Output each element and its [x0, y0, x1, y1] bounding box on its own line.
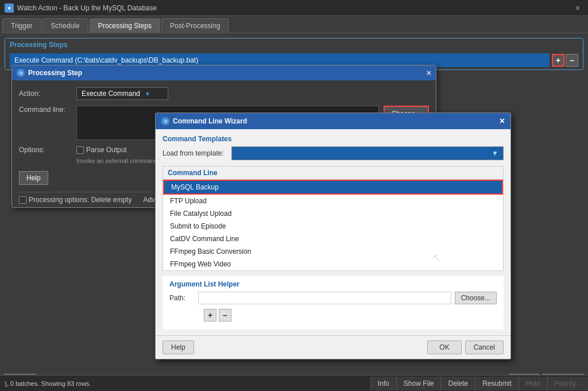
remove-arg-button[interactable]: – [219, 309, 231, 322]
bottom-tab-hold: Hold [519, 377, 547, 390]
processing-step-dialog-titlebar: ☆ Processing Step × [12, 65, 436, 80]
processing-step-help-button[interactable]: Help [19, 171, 48, 185]
wizard-icon: ☆ [161, 117, 169, 125]
parse-output-label: Parse Output [86, 146, 127, 154]
delete-empty-checkbox[interactable] [19, 196, 26, 204]
tab-processing-steps[interactable]: Processing Steps [90, 18, 160, 33]
parse-output-checkbox[interactable] [76, 146, 84, 154]
bottom-tab-show-file[interactable]: Show File [396, 377, 441, 390]
bottom-tab-info[interactable]: Info [370, 377, 396, 390]
processing-step-dialog-close[interactable]: × [427, 68, 431, 78]
action-select-value: Execute Command [82, 90, 140, 98]
action-label: Action: [19, 90, 76, 98]
window-close-button[interactable]: × [572, 2, 583, 14]
action-row: Action: Execute Command ▼ [19, 87, 429, 100]
arg-buttons-row: + – [169, 308, 497, 325]
dialog-icon: ☆ [17, 69, 25, 77]
processing-options-label: Processing options: [29, 196, 89, 204]
status-text: ), 0 batches. Showing 83 rows. [0, 380, 95, 387]
wizard-bottom: Help OK Cancel [156, 335, 510, 359]
command-templates-title: Command Templates [163, 135, 504, 143]
wizard-title-bar: ☆ Command Line Wizard × [156, 113, 510, 129]
main-window: Trigger Schedule Processing Steps Post-P… [0, 16, 588, 391]
add-step-button[interactable]: + [552, 54, 564, 67]
wizard-content: Command Templates Load from template: ▼ … [156, 129, 510, 335]
add-arg-button[interactable]: + [204, 309, 216, 322]
remove-step-button[interactable]: – [566, 54, 578, 67]
command-line-wizard-dialog: ☆ Command Line Wizard × Command Template… [155, 113, 511, 359]
bottom-tab-delete[interactable]: Delete [440, 377, 475, 390]
path-row: Path: Choose... [169, 292, 497, 304]
title-bar: ★ Watch Action - Back Up the MySQL Datab… [0, 0, 588, 16]
dropdown-item-submit-episode[interactable]: Submit to Episode [163, 220, 503, 233]
status-bar: ), 0 batches. Showing 83 rows. Info Show… [0, 375, 588, 391]
delete-empty-label: Delete empty [91, 196, 132, 204]
wizard-action-buttons: OK Cancel [427, 340, 504, 354]
dropdown-item-catdv-command[interactable]: CatDV Command Line [163, 233, 503, 245]
wizard-close-button[interactable]: × [500, 117, 505, 126]
bottom-tab-priority: Priority... [547, 377, 588, 390]
options-label: Options: [19, 146, 76, 154]
panel-title: Processing Steps [5, 38, 583, 51]
bottom-tab-resubmit[interactable]: Resubmit [475, 377, 519, 390]
path-input[interactable] [198, 292, 451, 304]
wizard-ok-button[interactable]: OK [427, 340, 461, 354]
command-line-section: Command Line MySQL Backup FTP Upload Fil… [163, 166, 504, 271]
arg-section-title: Argument List Helper [169, 280, 497, 288]
template-dropdown-list: MySQL Backup FTP Upload File Catalyst Up… [163, 180, 503, 270]
path-label: Path: [169, 294, 198, 302]
processing-options: Processing options: Delete empty [19, 196, 131, 204]
action-select[interactable]: Execute Command ▼ [76, 87, 168, 100]
command-line-label: Command line: [19, 106, 76, 114]
tab-trigger[interactable]: Trigger [2, 18, 41, 33]
content-area: Processing Steps Execute Command (C:\bat… [0, 33, 588, 370]
template-select-arrow-icon: ▼ [492, 149, 498, 157]
steps-buttons: + – [552, 54, 578, 67]
dropdown-item-file-catalyst[interactable]: File Catalyst Upload [163, 207, 503, 220]
window-title: Watch Action - Back Up the MySQL Databas… [17, 4, 157, 12]
arg-choose-button[interactable]: Choose... [455, 292, 497, 304]
argument-list-helper-section: Argument List Helper Path: Choose... + – [163, 276, 504, 330]
bottom-tabs: Info Show File Delete Resubmit Hold Prio… [370, 377, 588, 390]
app-icon: ★ [5, 3, 14, 13]
wizard-title: Command Line Wizard [173, 117, 247, 125]
tab-post-processing[interactable]: Post-Processing [161, 18, 229, 33]
action-select-arrow-icon: ▼ [145, 91, 150, 97]
wizard-cancel-button[interactable]: Cancel [465, 340, 504, 354]
template-select[interactable]: ▼ [231, 146, 504, 160]
tab-bar: Trigger Schedule Processing Steps Post-P… [0, 16, 588, 33]
dropdown-item-ffmpeg-web[interactable]: FFmpeg Web Video [163, 258, 503, 270]
dropdown-item-mysql-backup[interactable]: MySQL Backup [163, 180, 503, 195]
processing-step-dialog-title: Processing Step [28, 69, 82, 77]
tab-schedule[interactable]: Schedule [42, 18, 88, 33]
dropdown-item-ffmpeg-basic[interactable]: FFmpeg Basic Conversion [163, 245, 503, 258]
load-template-row: Load from template: ▼ [163, 146, 504, 160]
load-template-label: Load from template: [163, 149, 231, 157]
command-line-section-header: Command Line [163, 167, 503, 180]
wizard-help-button[interactable]: Help [163, 340, 194, 354]
dropdown-item-ftp-upload[interactable]: FTP Upload [163, 195, 503, 207]
